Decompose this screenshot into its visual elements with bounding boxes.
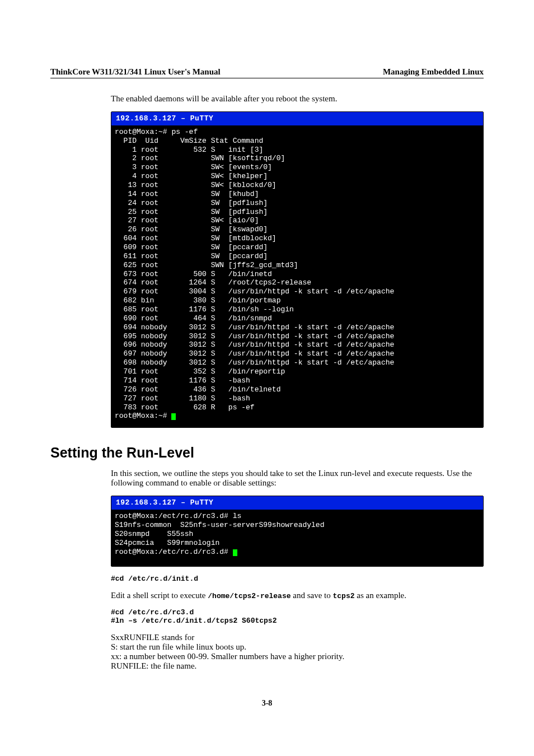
edit-shell-line: Edit a shell script to execute /home/tcp… xyxy=(111,591,484,600)
terminal-window-2: 192.168.3.127 – PuTTY root@Moxa:/ect/rc.… xyxy=(111,496,484,567)
terminal-title-2: 192.168.3.127 – PuTTY xyxy=(111,496,483,510)
runfile-explain-1: SxxRUNFILE stands for xyxy=(111,633,484,642)
cmd-cd-rc3d: #cd /etc/rc.d/rc3.d xyxy=(111,608,484,617)
runfile-explain-2: S: start the run file while linux boots … xyxy=(111,642,484,652)
edit-post: as an example. xyxy=(355,591,406,600)
cmd-ln-s: #ln –s /etc/rc.d/init.d/tcps2 S60tcps2 xyxy=(111,617,484,625)
runfile-explain-4: RUNFILE: the file name. xyxy=(111,661,484,671)
page-number: 3-8 xyxy=(50,699,484,708)
terminal-title-1: 192.168.3.127 – PuTTY xyxy=(111,112,483,125)
page-header: ThinkCore W311/321/341 Linux User's Manu… xyxy=(50,67,484,78)
section-heading-run-level: Setting the Run-Level xyxy=(50,445,484,461)
runfile-explain-3: xx: a number between 00-99. Smaller numb… xyxy=(111,652,484,661)
header-right: Managing Embedded Linux xyxy=(383,67,484,77)
section-intro: In this section, we outline the steps yo… xyxy=(111,469,484,488)
terminal-body-1: root@Moxa:~# ps -ef PID Uid VmSize Stat … xyxy=(111,125,483,427)
edit-mid: and save to xyxy=(291,591,333,600)
header-left: ThinkCore W311/321/341 Linux User's Manu… xyxy=(50,67,221,77)
cmd-cd-initd: #cd /etc/rc.d/init.d xyxy=(111,575,484,583)
edit-pre: Edit a shell script to execute xyxy=(111,591,208,600)
terminal-body-2: root@Moxa:/ect/rc.d/rc3.d# ls S19nfs-com… xyxy=(111,510,483,566)
terminal-window-1: 192.168.3.127 – PuTTY root@Moxa:~# ps -e… xyxy=(111,111,484,428)
edit-code2: tcps2 xyxy=(333,592,355,600)
intro-paragraph-1: The enabled daemons will be available af… xyxy=(111,94,484,104)
edit-code1: /home/tcps2-release xyxy=(208,592,291,600)
